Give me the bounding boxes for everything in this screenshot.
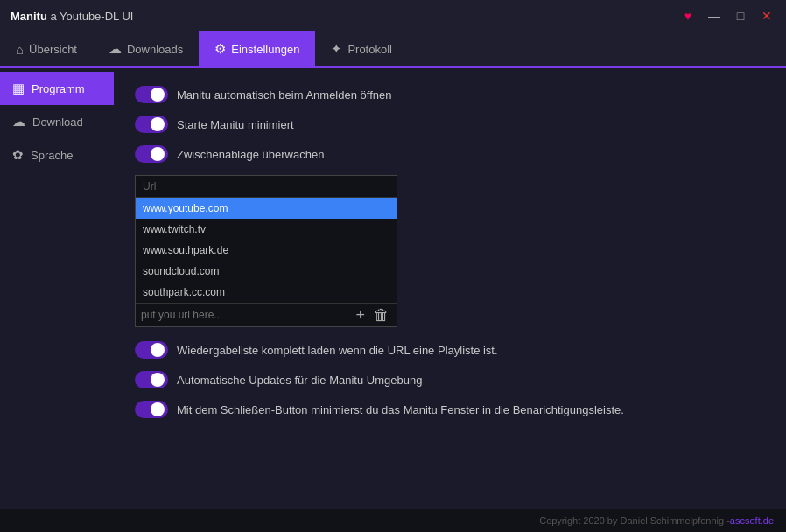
toggle-playlist-load[interactable] xyxy=(135,341,168,359)
toggle-row-clipboard-watch: Zwischenablage überwachen xyxy=(135,145,765,163)
einstellungen-label: Einstellungen xyxy=(231,43,299,56)
title-bar: Manitu a Youtube-DL UI ♥ — □ ✕ xyxy=(0,0,786,32)
toggle-thumb-auto-updates xyxy=(151,373,165,387)
url-input-row: + 🗑 xyxy=(136,303,397,326)
downloads-icon: ☁ xyxy=(109,41,122,57)
url-list-item-yt[interactable]: www.youtube.com xyxy=(136,198,397,219)
add-url-button[interactable]: + xyxy=(354,307,367,323)
nav-tab-protokoll[interactable]: ✦Protokoll xyxy=(315,32,408,66)
delete-url-button[interactable]: 🗑 xyxy=(372,307,391,323)
toggle-row-auto-open: Manitu automatisch beim Anmelden öffnen xyxy=(135,86,765,103)
toggle-thumb-start-minimized xyxy=(151,117,165,131)
toggle-row-playlist-load: Wiedergabeliste komplett laden wenn die … xyxy=(135,341,765,359)
toggles-group1: Manitu automatisch beim Anmelden öffnen … xyxy=(135,86,765,163)
nav-tab-downloads[interactable]: ☁Downloads xyxy=(93,32,199,66)
toggle-auto-updates[interactable] xyxy=(135,371,168,388)
main-layout: ▦Programm☁Download✿Sprache Manitu automa… xyxy=(0,68,786,509)
app-name: Manitu xyxy=(11,10,47,23)
download-sidebar-label: Download xyxy=(32,116,83,129)
footer-link[interactable]: ascsoft.de xyxy=(730,515,774,526)
uebersicht-label: Übersicht xyxy=(29,43,77,56)
title-controls: ♥ — □ ✕ xyxy=(679,7,775,24)
url-list-item-spcc[interactable]: southpark.cc.com xyxy=(136,282,397,303)
sprache-sidebar-icon: ✿ xyxy=(12,147,24,163)
maximize-button[interactable]: □ xyxy=(732,7,749,24)
url-list: www.youtube.comwww.twitch.tvwww.southpar… xyxy=(136,198,397,303)
toggle-clipboard-watch[interactable] xyxy=(135,145,168,163)
close-button[interactable]: ✕ xyxy=(758,7,775,24)
url-list-item-sc[interactable]: soundcloud.com xyxy=(136,261,397,282)
toggle-thumb-clipboard-watch xyxy=(151,147,165,161)
title-text: Manitu a Youtube-DL UI xyxy=(11,10,133,23)
protokoll-icon: ✦ xyxy=(331,41,342,57)
app-subtitle: a Youtube-DL UI xyxy=(47,10,134,23)
url-list-item-sp[interactable]: www.southpark.de xyxy=(136,240,397,261)
toggle-thumb-playlist-load xyxy=(151,343,165,357)
toggle-label-auto-updates: Automatische Updates für die Manitu Umge… xyxy=(177,374,422,387)
toggle-start-minimized[interactable] xyxy=(135,116,168,133)
einstellungen-icon: ⚙ xyxy=(214,41,226,57)
toggle-close-minimize[interactable] xyxy=(135,401,168,418)
toggle-label-clipboard-watch: Zwischenablage überwachen xyxy=(177,148,324,161)
nav-bar: ⌂Übersicht☁Downloads⚙Einstellungen✦Proto… xyxy=(0,32,786,68)
protokoll-label: Protokoll xyxy=(347,43,392,56)
toggle-label-close-minimize: Mit dem Schließen-Button minimierst du d… xyxy=(177,403,624,416)
copyright-text: Copyright 2020 by Daniel Schimmelpfennig… xyxy=(539,515,730,526)
download-sidebar-icon: ☁ xyxy=(12,114,25,130)
nav-tab-einstellungen[interactable]: ⚙Einstellungen xyxy=(199,32,315,66)
sidebar-item-sprache[interactable]: ✿Sprache xyxy=(0,138,114,172)
content-area: Manitu automatisch beim Anmelden öffnen … xyxy=(114,68,786,509)
url-box: Url www.youtube.comwww.twitch.tvwww.sout… xyxy=(135,175,397,327)
downloads-label: Downloads xyxy=(127,43,183,56)
url-box-header: Url xyxy=(136,176,397,198)
heart-button[interactable]: ♥ xyxy=(679,7,697,24)
toggle-row-close-minimize: Mit dem Schließen-Button minimierst du d… xyxy=(135,401,765,418)
footer: Copyright 2020 by Daniel Schimmelpfennig… xyxy=(0,509,786,532)
sprache-sidebar-label: Sprache xyxy=(31,149,73,162)
toggle-label-auto-open: Manitu automatisch beim Anmelden öffnen xyxy=(177,88,391,102)
sidebar-item-programm[interactable]: ▦Programm xyxy=(0,72,114,105)
toggle-row-start-minimized: Starte Manitu minimiert xyxy=(135,116,765,133)
uebersicht-icon: ⌂ xyxy=(16,42,24,57)
toggle-label-playlist-load: Wiedergabeliste komplett laden wenn die … xyxy=(177,344,498,357)
nav-tab-uebersicht[interactable]: ⌂Übersicht xyxy=(0,32,93,66)
toggle-thumb-close-minimize xyxy=(151,402,165,416)
sidebar: ▦Programm☁Download✿Sprache xyxy=(0,68,114,509)
programm-sidebar-label: Programm xyxy=(32,82,85,95)
url-list-item-tw[interactable]: www.twitch.tv xyxy=(136,219,397,240)
toggle-label-start-minimized: Starte Manitu minimiert xyxy=(177,118,294,131)
toggle-thumb-auto-open xyxy=(151,88,165,102)
toggles-group2: Wiedergabeliste komplett laden wenn die … xyxy=(135,341,765,418)
toggle-row-auto-updates: Automatische Updates für die Manitu Umge… xyxy=(135,371,765,388)
sidebar-item-download[interactable]: ☁Download xyxy=(0,105,114,138)
programm-sidebar-icon: ▦ xyxy=(12,80,25,96)
toggle-auto-open[interactable] xyxy=(135,86,168,103)
minimize-button[interactable]: — xyxy=(705,7,723,24)
url-input[interactable] xyxy=(141,309,348,321)
